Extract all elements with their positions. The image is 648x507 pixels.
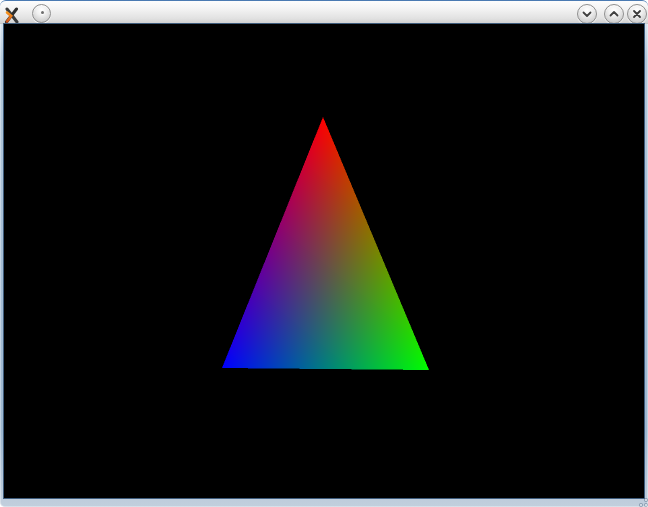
dot-icon bbox=[41, 11, 44, 14]
titlebar[interactable] bbox=[0, 0, 648, 24]
resize-grip[interactable] bbox=[639, 498, 647, 506]
grip-dot bbox=[640, 504, 642, 506]
grip-dot bbox=[645, 504, 647, 506]
minimize-button[interactable] bbox=[577, 4, 597, 24]
screenshot-root bbox=[0, 0, 648, 507]
close-button[interactable] bbox=[627, 4, 647, 24]
chevron-up-icon bbox=[605, 5, 623, 23]
close-icon bbox=[628, 5, 646, 23]
chevron-down-icon bbox=[578, 5, 596, 23]
gl-viewport bbox=[4, 24, 644, 498]
xorg-x-logo-icon[interactable] bbox=[3, 7, 20, 24]
maximize-button[interactable] bbox=[604, 4, 624, 24]
window-frame bbox=[0, 0, 648, 507]
grip-dot bbox=[645, 499, 647, 501]
keep-on-all-desktops-button[interactable] bbox=[32, 4, 51, 23]
gl-canvas bbox=[4, 24, 644, 498]
